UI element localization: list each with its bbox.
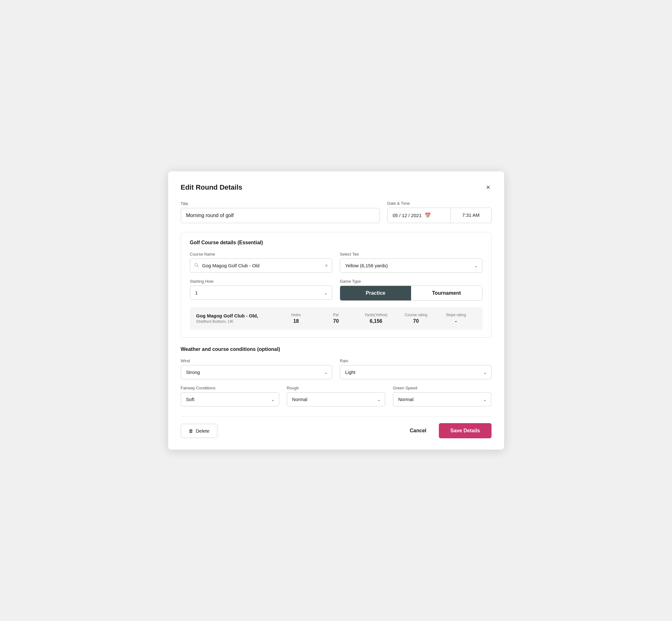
holes-stat: Holes 18 xyxy=(276,313,316,324)
title-input[interactable] xyxy=(181,208,380,223)
par-value: 70 xyxy=(316,318,356,324)
course-name-group: Course Name × xyxy=(190,252,333,273)
course-section: Golf Course details (Essential) Course N… xyxy=(181,232,492,338)
rough-group: Rough SoftNormalHard ⌄ xyxy=(287,385,385,406)
fairway-dropdown[interactable]: SoftNormalHard xyxy=(181,392,279,406)
course-rating-value: 70 xyxy=(396,318,436,324)
top-row: Title Date & Time 05 / 12 / 2021 📅 7:31 … xyxy=(181,201,492,223)
wind-rain-row: Wind NoneLightModerateStrong ⌄ Rain None… xyxy=(181,359,492,379)
datetime-field-group: Date & Time 05 / 12 / 2021 📅 7:31 AM xyxy=(387,201,492,223)
course-name-label: Course Name xyxy=(190,252,333,256)
svg-line-1 xyxy=(197,266,199,267)
datetime-inner: 05 / 12 / 2021 📅 7:31 AM xyxy=(387,208,492,223)
course-section-title: Golf Course details (Essential) xyxy=(190,240,482,246)
green-speed-group: Green Speed SlowNormalFast ⌄ xyxy=(393,385,491,406)
rough-select-wrap: SoftNormalHard ⌄ xyxy=(287,392,385,406)
tournament-button[interactable]: Tournament xyxy=(411,286,482,300)
starting-hole-wrap: 123 456 789 10 ⌄ xyxy=(190,286,333,300)
select-tee-wrap: Yellow (6,156 yards) ⌄ xyxy=(340,258,482,273)
select-tee-label: Select Tee xyxy=(340,252,482,256)
fairway-select-wrap: SoftNormalHard ⌄ xyxy=(181,392,279,406)
holes-label: Holes xyxy=(276,313,316,317)
search-icon xyxy=(194,263,199,268)
green-speed-label: Green Speed xyxy=(393,385,491,390)
wind-label: Wind xyxy=(181,359,333,363)
yards-stat: Yards(Yellow) 6,156 xyxy=(356,313,396,324)
time-field[interactable]: 7:31 AM xyxy=(451,208,492,223)
starting-hole-group: Starting Hole 123 456 789 10 ⌄ xyxy=(190,279,333,301)
course-name-input[interactable] xyxy=(190,258,333,273)
date-value: 05 / 12 / 2021 xyxy=(393,213,422,218)
modal-header: Edit Round Details × xyxy=(181,183,492,192)
slope-rating-label: Slope rating xyxy=(436,313,476,317)
yards-value: 6,156 xyxy=(356,318,396,324)
fairway-rough-green-row: Fairway Conditions SoftNormalHard ⌄ Roug… xyxy=(181,385,492,406)
footer-right: Cancel Save Details xyxy=(405,423,492,438)
date-field[interactable]: 05 / 12 / 2021 📅 xyxy=(387,208,451,223)
game-type-group: Game Type Practice Tournament xyxy=(340,279,482,301)
close-button[interactable]: × xyxy=(485,183,492,192)
practice-button[interactable]: Practice xyxy=(340,286,411,300)
datetime-label: Date & Time xyxy=(387,201,492,206)
rain-label: Rain xyxy=(340,359,492,363)
wind-select-wrap: NoneLightModerateStrong ⌄ xyxy=(181,365,333,379)
rough-label: Rough xyxy=(287,385,385,390)
wind-dropdown[interactable]: NoneLightModerateStrong xyxy=(181,365,333,379)
rain-dropdown[interactable]: NoneLightModerateHeavy xyxy=(340,365,492,379)
starting-hole-dropdown[interactable]: 123 456 789 10 xyxy=(190,286,333,300)
course-location: Shelford Bottom, UK xyxy=(196,319,276,324)
title-label: Title xyxy=(181,201,380,206)
yards-label: Yards(Yellow) xyxy=(356,313,396,317)
course-name-display: Gog Magog Golf Club - Old, xyxy=(196,313,276,318)
modal-footer: 🗑 Delete Cancel Save Details xyxy=(181,417,492,438)
fairway-label: Fairway Conditions xyxy=(181,385,279,390)
trash-icon: 🗑 xyxy=(189,428,194,433)
course-rating-stat: Course rating 70 xyxy=(396,313,436,324)
game-type-toggle: Practice Tournament xyxy=(340,286,482,301)
green-speed-dropdown[interactable]: SlowNormalFast xyxy=(393,392,491,406)
par-stat: Par 70 xyxy=(316,313,356,324)
green-speed-select-wrap: SlowNormalFast ⌄ xyxy=(393,392,491,406)
course-rating-label: Course rating xyxy=(396,313,436,317)
weather-title: Weather and course conditions (optional) xyxy=(181,346,492,352)
slope-rating-stat: Slope rating - xyxy=(436,313,476,324)
course-info-name: Gog Magog Golf Club - Old, Shelford Bott… xyxy=(196,313,276,324)
course-info-row: Gog Magog Golf Club - Old, Shelford Bott… xyxy=(190,307,482,330)
title-field-group: Title xyxy=(181,201,380,223)
starting-hole-gametype-row: Starting Hole 123 456 789 10 ⌄ Game Type… xyxy=(190,279,482,301)
slope-rating-value: - xyxy=(436,318,476,324)
game-type-label: Game Type xyxy=(340,279,482,284)
modal-title: Edit Round Details xyxy=(181,183,243,192)
starting-hole-label: Starting Hole xyxy=(190,279,333,284)
edit-round-modal: Edit Round Details × Title Date & Time 0… xyxy=(168,171,504,450)
select-tee-group: Select Tee Yellow (6,156 yards) ⌄ xyxy=(340,252,482,273)
rain-group: Rain NoneLightModerateHeavy ⌄ xyxy=(340,359,492,379)
delete-label: Delete xyxy=(196,428,209,433)
clear-icon[interactable]: × xyxy=(325,263,328,268)
delete-button[interactable]: 🗑 Delete xyxy=(181,424,217,438)
holes-value: 18 xyxy=(276,318,316,324)
par-label: Par xyxy=(316,313,356,317)
weather-section: Weather and course conditions (optional)… xyxy=(181,346,492,406)
fairway-group: Fairway Conditions SoftNormalHard ⌄ xyxy=(181,385,279,406)
rough-dropdown[interactable]: SoftNormalHard xyxy=(287,392,385,406)
cancel-button[interactable]: Cancel xyxy=(405,424,431,438)
course-name-tee-row: Course Name × Select Tee Yellow (6,156 y… xyxy=(190,252,482,273)
wind-group: Wind NoneLightModerateStrong ⌄ xyxy=(181,359,333,379)
rain-select-wrap: NoneLightModerateHeavy ⌄ xyxy=(340,365,492,379)
select-tee-dropdown[interactable]: Yellow (6,156 yards) xyxy=(340,258,482,273)
save-button[interactable]: Save Details xyxy=(439,423,491,438)
calendar-icon: 📅 xyxy=(425,212,431,218)
course-search-wrap: × xyxy=(190,258,333,273)
